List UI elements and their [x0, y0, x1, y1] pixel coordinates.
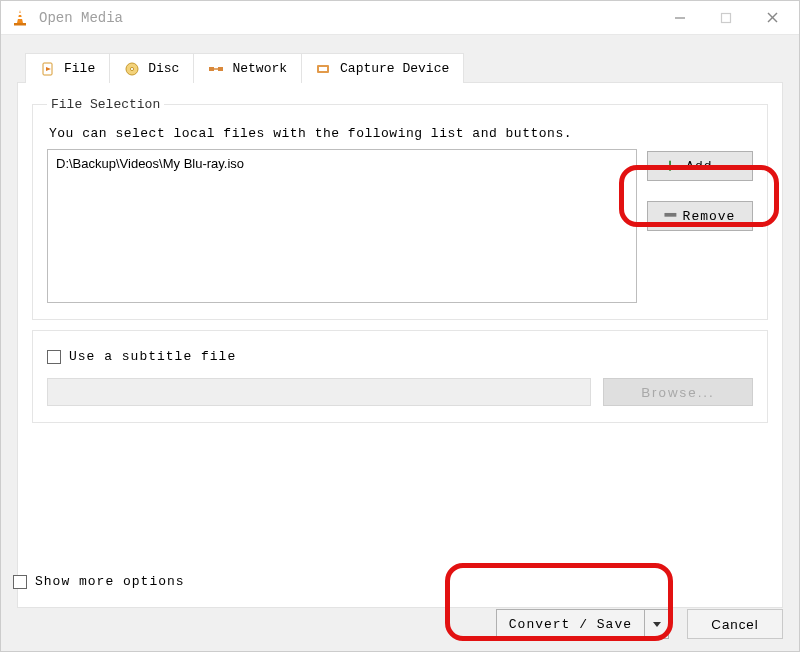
- tab-label: Network: [232, 61, 287, 76]
- show-more-options-label: Show more options: [35, 574, 185, 589]
- add-button[interactable]: ＋ Add...: [647, 151, 753, 181]
- file-selection-group: File Selection You can select local file…: [32, 97, 768, 320]
- svg-rect-2: [17, 17, 23, 19]
- subtitle-checkbox-label: Use a subtitle file: [69, 349, 236, 364]
- remove-button[interactable]: ━ Remove: [647, 201, 753, 231]
- browse-button-label: Browse...: [641, 385, 715, 400]
- chevron-down-icon: [652, 619, 662, 629]
- tab-capture-device[interactable]: Capture Device: [302, 53, 464, 83]
- minus-icon: ━: [665, 206, 677, 224]
- plus-icon: ＋: [661, 156, 680, 174]
- convert-save-label: Convert / Save: [497, 610, 644, 638]
- tab-label: Disc: [148, 61, 179, 76]
- file-selection-legend: File Selection: [47, 97, 164, 112]
- tabs: File Disc N: [25, 53, 783, 83]
- svg-rect-5: [722, 13, 731, 22]
- tab-label: Capture Device: [340, 61, 449, 76]
- tab-network[interactable]: Network: [194, 53, 302, 83]
- file-selection-helper: You can select local files with the foll…: [49, 126, 753, 141]
- tab-file[interactable]: File: [25, 53, 110, 83]
- minimize-button[interactable]: [657, 3, 703, 33]
- svg-rect-12: [209, 67, 214, 71]
- maximize-button[interactable]: [703, 3, 749, 33]
- dialog-content: File Disc N: [1, 35, 799, 651]
- subtitle-path-field: [47, 378, 591, 406]
- subtitle-group: Use a subtitle file Browse...: [32, 330, 768, 423]
- convert-save-button[interactable]: Convert / Save: [496, 609, 669, 639]
- add-button-label: Add...: [686, 159, 739, 174]
- svg-rect-1: [18, 13, 22, 15]
- vlc-cone-icon: [11, 9, 29, 27]
- subtitle-checkbox[interactable]: [47, 350, 61, 364]
- tab-panel-file: File Selection You can select local file…: [17, 82, 783, 608]
- svg-marker-0: [17, 10, 23, 23]
- network-icon: [208, 61, 224, 77]
- window-controls: [657, 3, 795, 33]
- tab-disc[interactable]: Disc: [110, 53, 194, 83]
- show-more-options-checkbox[interactable]: [13, 575, 27, 589]
- capture-device-icon: [316, 61, 332, 77]
- action-bar: Convert / Save Cancel: [496, 609, 783, 639]
- remove-button-label: Remove: [683, 209, 736, 224]
- file-list-item[interactable]: D:\Backup\Videos\My Blu-ray.iso: [56, 156, 628, 171]
- tab-label: File: [64, 61, 95, 76]
- open-media-window: Open Media File: [0, 0, 800, 652]
- file-list[interactable]: D:\Backup\Videos\My Blu-ray.iso: [47, 149, 637, 303]
- svg-rect-16: [319, 67, 327, 71]
- file-icon: [40, 61, 56, 77]
- cancel-button-label: Cancel: [711, 617, 759, 632]
- browse-button: Browse...: [603, 378, 753, 406]
- disc-icon: [124, 61, 140, 77]
- window-title: Open Media: [39, 10, 657, 26]
- convert-save-dropdown[interactable]: [644, 610, 668, 638]
- svg-rect-13: [218, 67, 223, 71]
- svg-point-11: [131, 67, 134, 70]
- cancel-button[interactable]: Cancel: [687, 609, 783, 639]
- titlebar: Open Media: [1, 1, 799, 35]
- close-button[interactable]: [749, 3, 795, 33]
- svg-rect-3: [14, 23, 26, 26]
- show-more-options-row: Show more options: [13, 574, 185, 589]
- svg-marker-17: [653, 622, 661, 627]
